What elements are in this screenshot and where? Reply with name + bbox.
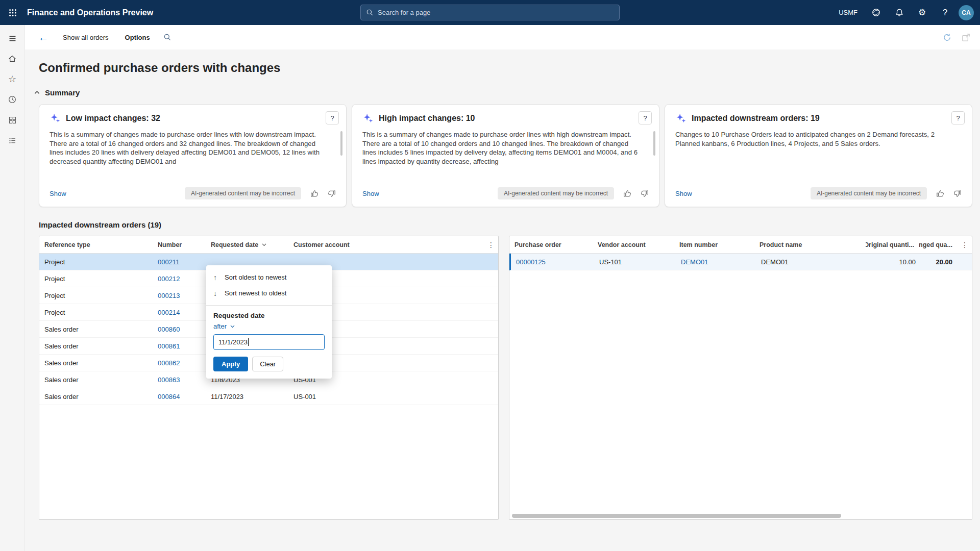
cell-number-link[interactable]: 000860 bbox=[153, 325, 206, 333]
action-options-tab[interactable]: Options bbox=[119, 31, 156, 44]
app-title[interactable]: Finance and Operations Preview bbox=[27, 8, 153, 17]
column-header-customer-account[interactable]: Customer account bbox=[288, 241, 484, 248]
apply-button[interactable]: Apply bbox=[213, 357, 248, 371]
settings-button[interactable]: ⚙ bbox=[911, 0, 934, 25]
column-header-reference-type[interactable]: Reference type bbox=[39, 241, 153, 248]
open-in-new-window-button[interactable] bbox=[960, 32, 972, 43]
filter-date-value: 11/1/2023 bbox=[218, 338, 248, 346]
card-title: Impacted downstream orders: 19 bbox=[692, 114, 820, 123]
card-scrollbar[interactable] bbox=[340, 131, 342, 156]
requested-date-filter-flyout: ↑ Sort oldest to newest ↓ Sort newest to… bbox=[206, 265, 332, 379]
help-button[interactable]: ? bbox=[934, 0, 957, 25]
table-more-options-icon[interactable]: ⋮ bbox=[958, 241, 972, 249]
notifications-button[interactable] bbox=[888, 0, 911, 25]
cell-purchase-order-link[interactable]: 00000125 bbox=[511, 258, 594, 266]
action-search-button[interactable] bbox=[161, 31, 174, 43]
ai-disclaimer-badge: AI-generated content may be incorrect bbox=[498, 187, 614, 199]
cell-number-link[interactable]: 000211 bbox=[153, 258, 206, 266]
cell-requested-date: 11/17/2023 bbox=[206, 393, 288, 400]
filter-operator-dropdown[interactable]: after bbox=[213, 322, 235, 330]
table-more-options-icon[interactable]: ⋮ bbox=[484, 241, 498, 249]
search-icon bbox=[366, 9, 374, 16]
chevron-down-icon bbox=[261, 242, 267, 247]
card-low-impact: Low impact changes: 32 ? This is a summa… bbox=[39, 104, 347, 207]
column-header-purchase-order[interactable]: Purchase order bbox=[509, 241, 593, 248]
cell-number-link[interactable]: 000863 bbox=[153, 376, 206, 384]
workspaces-grid-icon bbox=[8, 116, 17, 124]
summary-section-toggle[interactable]: Summary bbox=[34, 88, 980, 97]
card-help-button[interactable]: ? bbox=[326, 111, 339, 124]
thumbs-up-icon bbox=[623, 189, 632, 198]
card-summary-text: Changes to 10 Purchase Orders lead to an… bbox=[675, 130, 962, 148]
cell-changed-quantity: 20.00 bbox=[921, 258, 958, 266]
column-header-changed-quantity[interactable]: Changed qua... bbox=[919, 241, 958, 248]
card-help-button[interactable]: ? bbox=[951, 111, 965, 124]
cell-reference-type: Project bbox=[39, 258, 153, 266]
cell-number-link[interactable]: 000862 bbox=[153, 359, 206, 367]
thumbs-up-button[interactable] bbox=[310, 189, 319, 198]
environment-label[interactable]: USMF bbox=[831, 9, 865, 16]
card-help-button[interactable]: ? bbox=[639, 111, 652, 124]
left-sidebar: ☆ bbox=[0, 25, 25, 551]
nav-menu-button[interactable] bbox=[0, 28, 25, 48]
cell-number-link[interactable]: 000213 bbox=[153, 292, 206, 299]
card-high-impact: High impact changes: 10 ? This is a summ… bbox=[352, 104, 659, 207]
cell-number-link[interactable]: 000861 bbox=[153, 342, 206, 350]
hamburger-icon bbox=[8, 34, 17, 43]
action-show-all-orders[interactable]: Show all orders bbox=[57, 31, 115, 44]
thumbs-down-button[interactable] bbox=[953, 189, 962, 198]
column-header-number[interactable]: Number bbox=[153, 241, 206, 248]
copilot-button[interactable] bbox=[865, 0, 888, 25]
thumbs-down-icon bbox=[327, 189, 336, 198]
sidebar-item-recent[interactable] bbox=[0, 89, 25, 110]
cell-reference-type: Project bbox=[39, 292, 153, 299]
page-title: Confirmed purchase orders with changes bbox=[39, 61, 980, 75]
clear-button[interactable]: Clear bbox=[252, 357, 283, 371]
card-title: Low impact changes: 32 bbox=[66, 114, 160, 123]
sidebar-item-favorites[interactable]: ☆ bbox=[0, 69, 25, 89]
main-content: ← Show all orders Options bbox=[25, 25, 980, 551]
sort-newest-to-oldest[interactable]: ↓ Sort newest to oldest bbox=[206, 285, 332, 301]
thumbs-up-icon bbox=[936, 189, 945, 198]
show-link[interactable]: Show bbox=[675, 190, 692, 197]
ai-disclaimer-badge: AI-generated content may be incorrect bbox=[811, 187, 927, 199]
thumbs-up-button[interactable] bbox=[623, 189, 632, 198]
app-root: Finance and Operations Preview USMF bbox=[0, 0, 980, 551]
cell-number-link[interactable]: 000212 bbox=[153, 275, 206, 283]
filter-date-input[interactable]: 11/1/2023 bbox=[213, 334, 325, 350]
thumbs-down-button[interactable] bbox=[640, 189, 649, 198]
show-link[interactable]: Show bbox=[50, 190, 66, 197]
tables-area: Reference type Number Requested date Cus… bbox=[39, 236, 972, 520]
divider bbox=[206, 305, 332, 306]
help-icon: ? bbox=[943, 8, 947, 18]
avatar[interactable]: CA bbox=[959, 5, 974, 20]
sort-oldest-to-newest[interactable]: ↑ Sort oldest to newest bbox=[206, 269, 332, 285]
column-header-item-number[interactable]: Item number bbox=[674, 241, 754, 248]
sidebar-item-modules[interactable] bbox=[0, 130, 25, 151]
show-link[interactable]: Show bbox=[362, 190, 379, 197]
cell-number-link[interactable]: 000864 bbox=[153, 393, 206, 400]
thumbs-up-button[interactable] bbox=[936, 189, 945, 198]
summary-cards: Low impact changes: 32 ? This is a summa… bbox=[39, 104, 972, 207]
sidebar-item-workspaces[interactable] bbox=[0, 110, 25, 130]
top-search[interactable] bbox=[360, 5, 620, 20]
sidebar-item-home[interactable] bbox=[0, 48, 25, 69]
column-header-product-name[interactable]: Product name bbox=[754, 241, 866, 248]
top-right-actions: USMF ⚙ ? CA bbox=[831, 0, 980, 25]
horizontal-scrollbar[interactable] bbox=[512, 514, 841, 518]
column-header-original-quantity[interactable]: Original quanti... bbox=[866, 241, 919, 248]
table-row[interactable]: 00000125 US-101 DEMO01 DEMO01 10.00 20.0… bbox=[509, 254, 972, 270]
app-launcher-icon[interactable] bbox=[0, 0, 25, 25]
thumbs-down-button[interactable] bbox=[327, 189, 336, 198]
copilot-icon bbox=[871, 8, 881, 17]
search-input[interactable] bbox=[378, 9, 614, 16]
column-header-vendor-account[interactable]: Vendor account bbox=[593, 241, 674, 248]
table-row[interactable]: Sales order 000864 11/17/2023 US-001 bbox=[39, 388, 498, 405]
back-button[interactable]: ← bbox=[34, 30, 53, 45]
cell-item-number[interactable]: DEMO01 bbox=[676, 258, 756, 266]
column-header-requested-date[interactable]: Requested date bbox=[206, 241, 288, 248]
card-scrollbar[interactable] bbox=[653, 131, 655, 156]
refresh-button[interactable] bbox=[941, 32, 953, 43]
ai-disclaimer-badge: AI-generated content may be incorrect bbox=[185, 187, 301, 199]
cell-number-link[interactable]: 000214 bbox=[153, 309, 206, 316]
